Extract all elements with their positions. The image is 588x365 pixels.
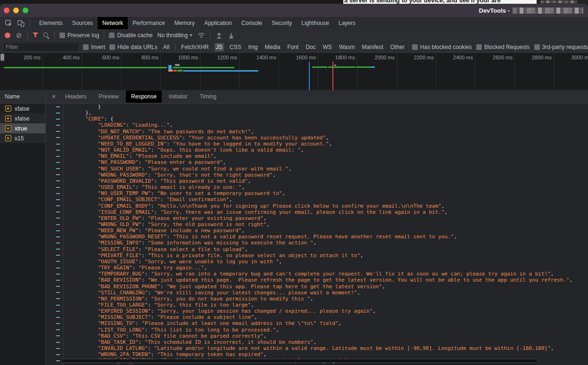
- code-line: "WRONG_2FA_TOKEN": "This temporary token…: [60, 351, 588, 357]
- response-tab-response[interactable]: Response: [126, 90, 162, 103]
- code-line: "CONF_EMAIL_SUBJECT": "Email confirmatio…: [60, 196, 588, 203]
- horizontal-scrollbar-thumb[interactable]: [61, 359, 538, 363]
- code-line: }: [60, 104, 588, 110]
- type-filter-css[interactable]: CSS: [228, 43, 243, 51]
- throttling-select[interactable]: No throttling ▼: [157, 32, 193, 39]
- fold-marker: [56, 162, 60, 163]
- fold-marker: [56, 218, 60, 219]
- network-conditions-icon[interactable]: [198, 32, 205, 39]
- close-window-button[interactable]: [4, 8, 9, 13]
- clear-network-log-icon[interactable]: ⊘: [15, 32, 23, 39]
- response-body-json: } }, "CORE": { "LOADING": "Loading...", …: [60, 104, 588, 365]
- zoom-window-button[interactable]: [23, 8, 28, 13]
- record-network-log-button[interactable]: [5, 32, 10, 38]
- chevron-down-icon: ▼: [189, 33, 193, 38]
- type-filter-manifest[interactable]: Manifest: [360, 43, 384, 51]
- fold-marker: [56, 354, 60, 355]
- filter-icon[interactable]: [33, 32, 38, 38]
- checkbox[interactable]: [534, 44, 540, 50]
- timeline-tick-label: 400 ms: [40, 55, 80, 60]
- code-line: "NO_USER_TEMP_PW": "No user to set a tem…: [60, 190, 588, 196]
- hide-data-urls-checkbox-label[interactable]: Hide data URLs: [109, 44, 157, 50]
- checkbox[interactable]: [412, 44, 418, 50]
- type-filter-media[interactable]: Media: [263, 43, 282, 51]
- code-line: "OAUTH_ISSUE": "Sorry, we were unable to…: [60, 259, 588, 265]
- checkbox[interactable]: [476, 44, 482, 50]
- fold-marker: [56, 156, 60, 157]
- request-row-xtrue[interactable]: xtrue: [0, 123, 45, 133]
- tab-network[interactable]: Network: [98, 17, 128, 29]
- tab-lighthouse[interactable]: Lighthouse: [297, 17, 334, 29]
- disable-cache-checkbox[interactable]: [109, 32, 115, 38]
- fold-marker: [56, 249, 60, 250]
- tab-elements[interactable]: Elements: [34, 17, 67, 29]
- background-page-text-clip: a server is sending to your device, and …: [343, 0, 537, 4]
- 3rd-party-requests-checkbox-label[interactable]: 3rd-party requests: [534, 44, 588, 50]
- waterfall-bar-gray: [175, 64, 180, 66]
- response-tab-timing[interactable]: Timing: [194, 90, 222, 103]
- type-filter-other[interactable]: Other: [389, 43, 406, 51]
- code-line: "WRONG_PASSWORD_RESET": "This is not a v…: [60, 234, 588, 240]
- name-column-header[interactable]: Name: [0, 90, 45, 104]
- type-filter-fetch-xhr[interactable]: Fetch/XHR: [180, 43, 210, 51]
- tab-sources[interactable]: Sources: [67, 17, 98, 29]
- disable-cache-checkbox-label[interactable]: Disable cache: [109, 32, 152, 39]
- fold-marker: [56, 119, 60, 120]
- waterfall-bar-notch: [355, 66, 356, 68]
- fold-marker: [56, 243, 60, 243]
- tab-security[interactable]: Security: [267, 17, 297, 29]
- type-filter-img[interactable]: Img: [247, 43, 259, 51]
- invert-checkbox-label[interactable]: Invert: [83, 44, 105, 50]
- minimize-window-button[interactable]: [13, 8, 19, 13]
- type-filter-wasm[interactable]: Wasm: [338, 43, 356, 51]
- waterfall-bar-notch: [327, 66, 328, 68]
- type-filter-ws[interactable]: WS: [322, 43, 333, 51]
- timeline-tick-label: 600 ms: [80, 55, 119, 60]
- type-filter-all[interactable]: All: [162, 43, 171, 51]
- blocked-requests-checkbox-label[interactable]: Blocked Requests: [476, 44, 530, 50]
- request-row-xfalse[interactable]: xfalse: [0, 114, 45, 123]
- inspect-element-icon[interactable]: [5, 19, 12, 27]
- tab-memory[interactable]: Memory: [170, 17, 199, 29]
- detail-tab-bar: × HeadersPreviewResponseInitiatorTiming: [46, 90, 588, 104]
- fold-marker: [56, 187, 60, 188]
- tab-application[interactable]: Application: [199, 17, 237, 29]
- preserve-log-checkbox-label[interactable]: Preserve log: [59, 32, 99, 39]
- code-line: "EXPIRED_SESSION": "Sorry, your login se…: [60, 308, 588, 314]
- fold-marker: [56, 292, 60, 293]
- has-blocked-cookies-checkbox-label[interactable]: Has blocked cookies: [412, 44, 472, 50]
- code-line: "INVALID LATLNG": "Latitude and/or longi…: [60, 345, 588, 351]
- request-row-x15[interactable]: x15: [0, 133, 45, 143]
- fold-marker: [56, 199, 60, 200]
- fold-marker: [56, 137, 60, 138]
- fold-marker: [56, 280, 60, 281]
- waterfall-bar-green: [312, 66, 374, 68]
- response-tab-initiator[interactable]: Initiator: [164, 90, 192, 103]
- request-name: xtrue: [15, 125, 27, 132]
- network-overview-timeline[interactable]: 200 ms400 ms600 ms800 ms1000 ms1200 ms14…: [0, 53, 588, 90]
- type-filter-js[interactable]: JS: [215, 43, 224, 51]
- export-har-icon[interactable]: [227, 32, 235, 39]
- device-toolbar-icon[interactable]: [17, 19, 25, 27]
- search-icon[interactable]: [43, 32, 50, 39]
- request-row-xfalse[interactable]: xfalse: [0, 104, 45, 114]
- import-har-icon[interactable]: [215, 32, 223, 39]
- fold-marker: [56, 335, 60, 336]
- tab-performance[interactable]: Performance: [128, 17, 170, 29]
- filter-input[interactable]: Filter: [4, 43, 79, 51]
- preserve-log-checkbox[interactable]: [59, 32, 65, 38]
- timeline-tick-label: 2200 ms: [394, 55, 434, 60]
- divider: [29, 19, 30, 27]
- divider: [210, 32, 210, 39]
- type-filter-font[interactable]: Font: [286, 43, 300, 51]
- tab-console[interactable]: Console: [237, 17, 267, 29]
- hide-data-urls-checkbox[interactable]: [109, 44, 115, 50]
- type-filter-doc[interactable]: Doc: [304, 43, 317, 51]
- invert-checkbox[interactable]: [83, 44, 89, 50]
- fold-marker: [56, 230, 60, 231]
- response-tab-preview[interactable]: Preview: [93, 90, 124, 103]
- code-line: "BAD_CSV": "This CSV file cannot be pars…: [60, 333, 588, 339]
- close-icon[interactable]: ×: [50, 93, 58, 100]
- response-tab-headers[interactable]: Headers: [60, 90, 91, 103]
- tab-layers[interactable]: Layers: [334, 17, 360, 29]
